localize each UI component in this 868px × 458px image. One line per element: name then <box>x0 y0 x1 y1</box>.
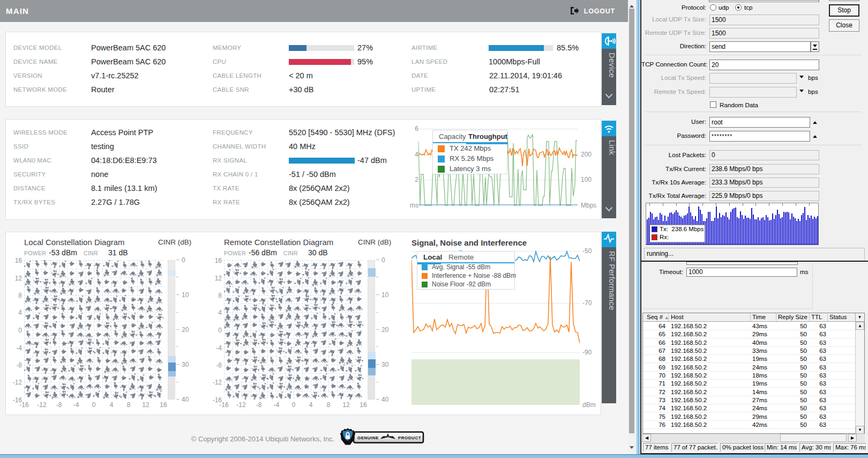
svg-text:GENUINE: GENUINE <box>357 435 379 440</box>
svg-text:PRODUCT: PRODUCT <box>398 435 421 440</box>
